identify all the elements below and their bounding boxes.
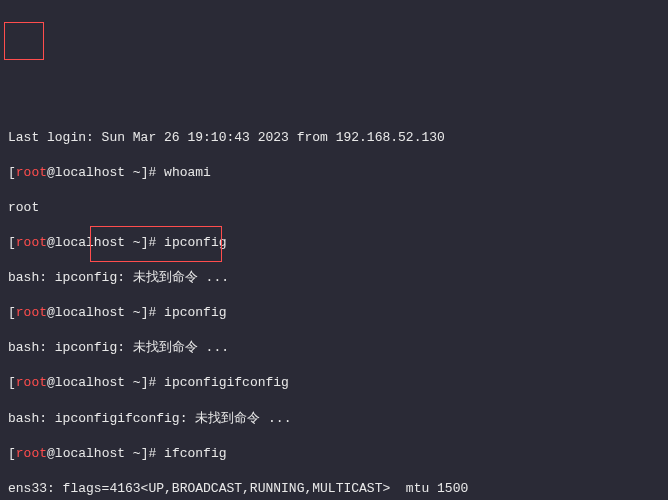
prompt-line-2[interactable]: [root@localhost ~]# ipconfig bbox=[8, 234, 660, 252]
output-ipconfig-2: bash: ipconfig: 未找到命令 ... bbox=[8, 339, 660, 357]
prompt-close: ]# bbox=[141, 165, 164, 180]
prompt-host: localhost bbox=[55, 165, 125, 180]
command-ipconfig-2: ipconfig bbox=[164, 305, 226, 320]
command-ipconfigifconfig: ipconfigifconfig bbox=[164, 375, 289, 390]
output-ipconfig-1: bash: ipconfig: 未找到命令 ... bbox=[8, 269, 660, 287]
command-ifconfig: ifconfig bbox=[164, 446, 226, 461]
highlight-box-root bbox=[4, 22, 44, 60]
last-login-line: Last login: Sun Mar 26 19:10:43 2023 fro… bbox=[8, 129, 660, 147]
prompt-line-4[interactable]: [root@localhost ~]# ipconfigifconfig bbox=[8, 374, 660, 392]
prompt-open: [ bbox=[8, 165, 16, 180]
command-ipconfig-1: ipconfig bbox=[164, 235, 226, 250]
prompt-user: root bbox=[16, 165, 47, 180]
command-whoami: whoami bbox=[164, 165, 211, 180]
ifconfig-ens33-header: ens33: flags=4163<UP,BROADCAST,RUNNING,M… bbox=[8, 480, 660, 498]
prompt-at: @ bbox=[47, 165, 55, 180]
prompt-line-3[interactable]: [root@localhost ~]# ipconfig bbox=[8, 304, 660, 322]
output-ipconfigifconfig: bash: ipconfigifconfig: 未找到命令 ... bbox=[8, 410, 660, 428]
prompt-line-1[interactable]: [root@localhost ~]# whoami bbox=[8, 164, 660, 182]
output-whoami: root bbox=[8, 199, 660, 217]
prompt-line-5[interactable]: [root@localhost ~]# ifconfig bbox=[8, 445, 660, 463]
prompt-path: ~ bbox=[125, 165, 141, 180]
